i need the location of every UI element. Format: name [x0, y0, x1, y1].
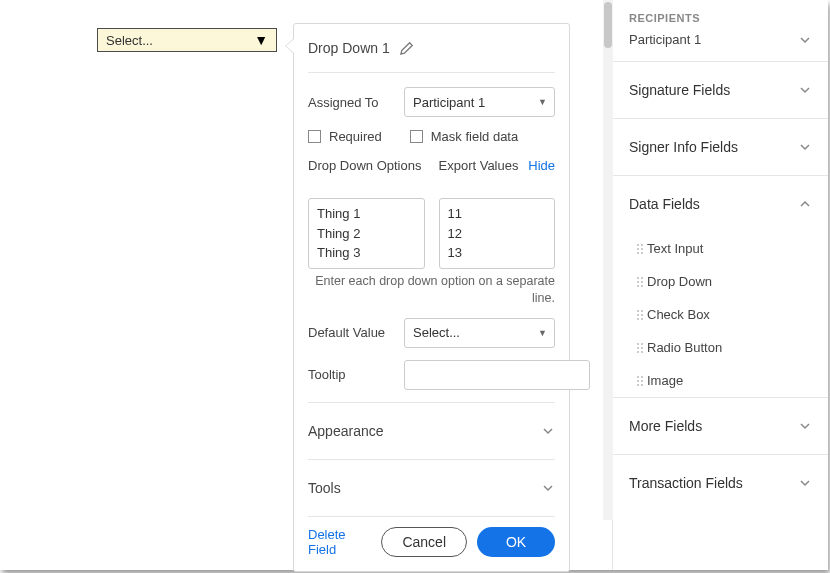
export-textarea[interactable]: 11 12 13 [439, 198, 556, 269]
scrollbar-thumb[interactable] [604, 2, 612, 48]
tooltip-row: Tooltip [308, 360, 555, 390]
recipient-name: Participant 1 [629, 32, 701, 47]
item-label: Check Box [647, 307, 710, 322]
signer-info-fields-section[interactable]: Signer Info Fields [613, 118, 828, 175]
assigned-to-select[interactable]: Participant 1 [404, 87, 555, 117]
recipient-select[interactable]: Participant 1 [613, 24, 828, 61]
export-header: Export Values Hide [439, 158, 556, 192]
grip-icon [637, 343, 639, 353]
item-label: Drop Down [647, 274, 712, 289]
default-value-label: Default Value [308, 325, 394, 341]
ok-button[interactable]: OK [477, 527, 555, 557]
section-label: Signature Fields [629, 82, 730, 98]
field-name-row: Drop Down 1 [308, 40, 555, 73]
app-frame: Select... ▼ Drop Down 1 Assigned To Part… [0, 0, 828, 570]
data-fields-items: Text Input Drop Down Check Box Radio But… [613, 232, 828, 397]
chevron-down-icon [798, 140, 812, 154]
item-label: Text Input [647, 241, 703, 256]
chevron-down-icon [541, 424, 555, 438]
more-fields-section[interactable]: More Fields [613, 397, 828, 454]
mask-checkbox-item[interactable]: Mask field data [410, 129, 518, 144]
mask-checkbox[interactable] [410, 130, 423, 143]
grip-icon [637, 277, 639, 287]
chevron-up-icon [798, 197, 812, 211]
export-column: Export Values Hide 11 12 13 [439, 158, 556, 269]
appearance-label: Appearance [308, 423, 384, 439]
chevron-down-icon [798, 33, 812, 47]
check-box-item[interactable]: Check Box [613, 298, 828, 331]
transaction-fields-section[interactable]: Transaction Fields [613, 454, 828, 511]
field-properties-popover: Drop Down 1 Assigned To Participant 1 Re… [293, 23, 570, 572]
assigned-to-label: Assigned To [308, 95, 394, 110]
required-label: Required [329, 129, 382, 144]
export-label: Export Values [439, 158, 519, 175]
delete-field-link[interactable]: Delete Field [308, 527, 371, 557]
action-row: Delete Field Cancel OK [308, 527, 555, 557]
divider [308, 516, 555, 517]
recipients-header: RECIPIENTS [613, 0, 828, 24]
field-name-label: Drop Down 1 [308, 40, 390, 56]
chevron-down-icon [541, 481, 555, 495]
section-label: More Fields [629, 418, 702, 434]
tooltip-input[interactable] [404, 360, 590, 390]
assigned-to-select-wrap: Participant 1 [404, 87, 555, 117]
chevron-down-icon [798, 419, 812, 433]
sidebar: RECIPIENTS Participant 1 Signature Field… [612, 0, 828, 570]
grip-icon [637, 310, 639, 320]
radio-button-item[interactable]: Radio Button [613, 331, 828, 364]
options-hint: Enter each drop down option on a separat… [308, 273, 555, 308]
required-checkbox[interactable] [308, 130, 321, 143]
text-input-item[interactable]: Text Input [613, 232, 828, 265]
options-textarea[interactable]: Thing 1 Thing 2 Thing 3 [308, 198, 425, 269]
mask-label: Mask field data [431, 129, 518, 144]
signature-fields-section[interactable]: Signature Fields [613, 61, 828, 118]
default-value-select[interactable]: Select... [404, 318, 555, 348]
tools-section[interactable]: Tools [308, 470, 555, 506]
divider [308, 402, 555, 403]
item-label: Image [647, 373, 683, 388]
options-columns: Drop Down Options Thing 1 Thing 2 Thing … [308, 158, 555, 269]
divider [308, 459, 555, 460]
assigned-to-row: Assigned To Participant 1 [308, 87, 555, 117]
chevron-down-icon: ▼ [254, 32, 268, 48]
options-column: Drop Down Options Thing 1 Thing 2 Thing … [308, 158, 425, 269]
hide-export-link[interactable]: Hide [528, 158, 555, 173]
tooltip-label: Tooltip [308, 367, 394, 382]
tools-label: Tools [308, 480, 341, 496]
options-label: Drop Down Options [308, 158, 421, 175]
appearance-section[interactable]: Appearance [308, 413, 555, 449]
data-fields-section[interactable]: Data Fields [613, 175, 828, 232]
section-label: Data Fields [629, 196, 700, 212]
canvas-area: Select... ▼ Drop Down 1 Assigned To Part… [0, 0, 612, 570]
chevron-down-icon [798, 83, 812, 97]
edit-name-icon[interactable] [400, 41, 414, 55]
sidebar-scrollbar[interactable] [603, 0, 613, 520]
default-value-row: Default Value Select... [308, 318, 555, 348]
drop-down-item[interactable]: Drop Down [613, 265, 828, 298]
image-item[interactable]: Image [613, 364, 828, 397]
dropdown-field-placeholder: Select... [106, 33, 153, 48]
grip-icon [637, 244, 639, 254]
checkbox-row: Required Mask field data [308, 129, 555, 144]
section-label: Transaction Fields [629, 475, 743, 491]
item-label: Radio Button [647, 340, 722, 355]
grip-icon [637, 376, 639, 386]
section-label: Signer Info Fields [629, 139, 738, 155]
dropdown-field-instance[interactable]: Select... ▼ [97, 28, 277, 52]
chevron-down-icon [798, 476, 812, 490]
options-header: Drop Down Options [308, 158, 425, 192]
cancel-button[interactable]: Cancel [381, 527, 467, 557]
required-checkbox-item[interactable]: Required [308, 129, 382, 144]
default-value-select-wrap: Select... [404, 318, 555, 348]
